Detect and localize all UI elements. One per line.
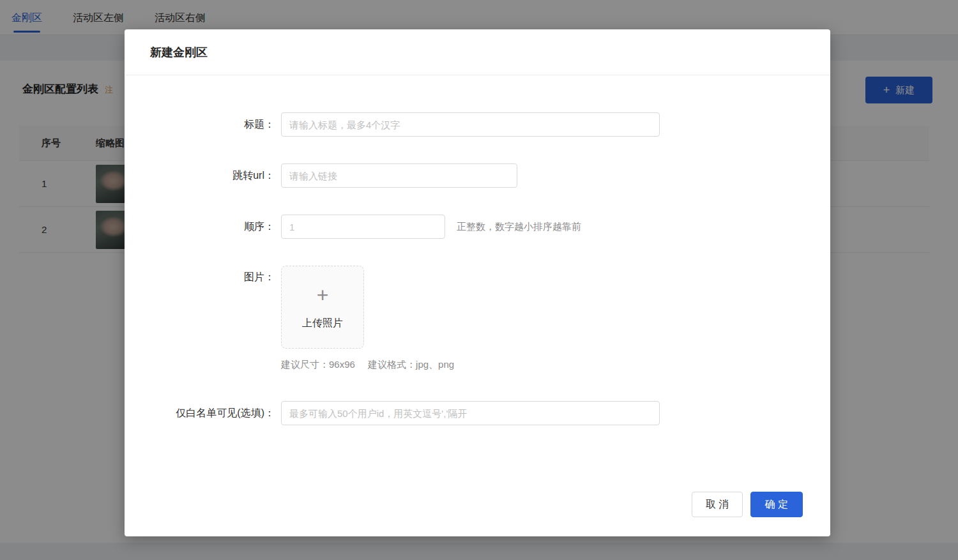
size-hint: 建议尺寸：96x96 xyxy=(281,359,355,370)
modal-footer: 取 消 确 定 xyxy=(692,492,803,517)
upload-hints: 建议尺寸：96x96 建议格式：jpg、png xyxy=(281,359,454,371)
url-input[interactable] xyxy=(281,163,517,188)
upload-photo-label: 上传照片 xyxy=(302,317,343,330)
image-label: 图片： xyxy=(125,266,281,284)
modal-body: 标题： 跳转url： 顺序： 正整数，数字越小排序越靠前 图片： + 上传照片 … xyxy=(125,75,830,425)
order-label: 顺序： xyxy=(125,220,281,234)
url-label: 跳转url： xyxy=(125,169,281,183)
format-hint: 建议格式：jpg、png xyxy=(368,359,454,370)
image-upload-area: + 上传照片 建议尺寸：96x96 建议格式：jpg、png xyxy=(281,266,454,371)
upload-photo-button[interactable]: + 上传照片 xyxy=(281,266,364,349)
form-row-url: 跳转url： xyxy=(125,163,830,188)
order-hint: 正整数，数字越小排序越靠前 xyxy=(457,221,581,233)
form-row-image: 图片： + 上传照片 建议尺寸：96x96 建议格式：jpg、png xyxy=(125,266,830,371)
form-row-whitelist: 仅白名单可见(选填)： xyxy=(125,401,830,425)
form-row-title: 标题： xyxy=(125,112,830,137)
plus-icon: + xyxy=(317,285,329,305)
confirm-button[interactable]: 确 定 xyxy=(750,492,803,517)
order-input[interactable] xyxy=(281,215,445,239)
modal-title: 新建金刚区 xyxy=(150,45,208,60)
whitelist-input[interactable] xyxy=(281,401,660,425)
whitelist-label: 仅白名单可见(选填)： xyxy=(125,407,281,420)
title-input[interactable] xyxy=(281,112,660,137)
title-label: 标题： xyxy=(125,118,281,132)
create-jingangqu-modal: 新建金刚区 标题： 跳转url： 顺序： 正整数，数字越小排序越靠前 图片： +… xyxy=(125,29,830,536)
modal-header: 新建金刚区 xyxy=(125,29,830,75)
cancel-button[interactable]: 取 消 xyxy=(692,492,743,517)
form-row-order: 顺序： 正整数，数字越小排序越靠前 xyxy=(125,215,830,239)
